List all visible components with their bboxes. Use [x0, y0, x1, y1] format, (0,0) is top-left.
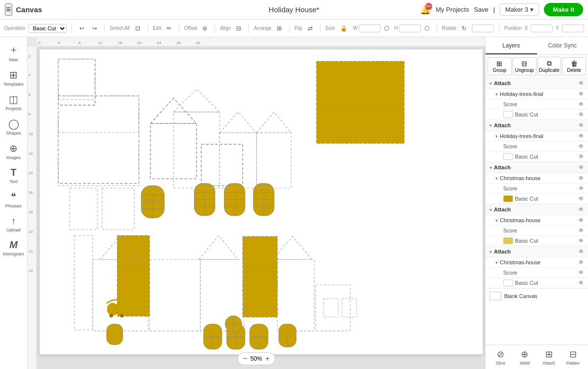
layer-basiccut-4[interactable]: Basic Cut 👁 — [486, 236, 588, 246]
svg-text:12: 12 — [98, 41, 102, 45]
svg-text:16: 16 — [28, 190, 33, 195]
select-all-button[interactable]: ⊡ — [133, 24, 143, 33]
canvas-white[interactable] — [40, 49, 483, 354]
toolbar-separator-7 — [289, 23, 290, 33]
sidebar-item-monogram[interactable]: M Monogram — [1, 236, 26, 259]
bell-button[interactable]: 🔔 99+ — [420, 4, 431, 15]
sidebar-item-phrases[interactable]: ❝ Phrases — [1, 188, 26, 211]
flatten-button[interactable]: ⊟ Flatten — [562, 347, 584, 368]
tab-color-sync[interactable]: Color Sync — [537, 37, 588, 54]
x-input[interactable] — [531, 24, 553, 32]
undo-button[interactable]: ↩ — [77, 24, 87, 33]
sidebar-item-projects[interactable]: ◫ Projects — [1, 91, 26, 114]
duplicate-button[interactable]: ⧉ Duplicate — [538, 57, 562, 75]
layer-group-3[interactable]: ▾ Christmas-house 👁 — [486, 173, 588, 184]
layer-basiccut-3[interactable]: Basic Cut 👁 — [486, 194, 588, 204]
layer-attach-1[interactable]: ▾ Attach 👁 — [486, 78, 588, 89]
layer-basiccut-1[interactable]: Basic Cut 👁 — [486, 110, 588, 120]
canvas-area[interactable]: 0 4 8 12 16 20 24 28 32 2 4 6 8 10 12 — [27, 37, 485, 369]
height-stepper[interactable]: ⬡ — [422, 24, 432, 33]
layer-attach-3[interactable]: ▾ Attach 👁 — [486, 162, 588, 173]
arrange-button[interactable]: ⊞ — [274, 24, 284, 33]
eye-icon-basiccut-2[interactable]: 👁 — [578, 153, 584, 160]
redo-button[interactable]: ↪ — [90, 24, 99, 33]
maker-select-button[interactable]: Maker 3 ▾ — [500, 3, 539, 16]
eye-icon-score-4[interactable]: 👁 — [578, 227, 584, 234]
chevron-down-icon: ▾ — [530, 6, 534, 13]
layer-score-4[interactable]: Score 👁 — [486, 226, 588, 236]
layer-score-1[interactable]: Score 👁 — [486, 99, 588, 110]
zoom-in-button[interactable]: + — [265, 354, 270, 363]
eye-icon-4[interactable]: 👁 — [578, 206, 584, 213]
tab-layers[interactable]: Layers — [486, 37, 537, 54]
sidebar-item-templates[interactable]: ⊞ Templates — [1, 66, 26, 90]
text-icon: T — [10, 167, 16, 178]
eye-icon-basiccut-3[interactable]: 👁 — [578, 195, 584, 202]
layer-group-2[interactable]: ▾ Holiday-trees-final 👁 — [486, 131, 588, 141]
eye-icon-3[interactable]: 👁 — [578, 164, 584, 171]
my-projects-button[interactable]: My Projects — [436, 6, 469, 13]
offset-button[interactable]: ⊚ — [200, 24, 210, 33]
edit-button[interactable]: ✏ — [164, 24, 174, 33]
layer-score-3[interactable]: Score 👁 — [486, 184, 588, 194]
layer-attach-2[interactable]: ▾ Attach 👁 — [486, 120, 588, 131]
operation-select[interactable]: Basic Cut — [28, 24, 67, 33]
slice-button[interactable]: ⊘ Slice — [490, 347, 512, 368]
monogram-icon: M — [9, 239, 18, 251]
svg-rect-74 — [277, 259, 314, 331]
y-input[interactable] — [562, 24, 584, 32]
layer-score-5[interactable]: Score 👁 — [486, 268, 588, 278]
flip-button[interactable]: ⇄ — [305, 24, 315, 33]
layer-basiccut-2[interactable]: Basic Cut 👁 — [486, 152, 588, 162]
attach-button[interactable]: ⊞ Attach — [538, 347, 560, 368]
eye-icon-group-2[interactable]: 👁 — [578, 133, 584, 139]
sidebar-item-text[interactable]: T Text — [1, 164, 26, 187]
eye-icon-1[interactable]: 👁 — [578, 80, 584, 87]
layer-group-1[interactable]: ▾ Holiday-trees-final 👁 — [486, 89, 588, 99]
canvas-content[interactable] — [37, 47, 485, 369]
layer-attach-4[interactable]: ▾ Attach 👁 — [486, 204, 588, 215]
eye-icon-basiccut-5[interactable]: 👁 — [578, 279, 584, 286]
select-all-label: Select All — [110, 25, 130, 31]
align-button[interactable]: ⊟ — [234, 24, 244, 33]
layer-group-5[interactable]: ▾ Christmas-house 👁 — [486, 257, 588, 268]
svg-text:4: 4 — [58, 41, 60, 45]
sidebar-item-new[interactable]: ＋ New — [1, 40, 26, 65]
hamburger-menu[interactable]: ≡ — [5, 3, 12, 16]
ungroup-button[interactable]: ⊟ Ungroup — [513, 57, 537, 75]
chevron-icon: ▾ — [490, 81, 492, 86]
sidebar-item-upload[interactable]: ↑ Upload — [1, 212, 26, 235]
eye-icon-2[interactable]: 👁 — [578, 122, 584, 129]
eye-icon-score-1[interactable]: 👁 — [578, 101, 584, 108]
eye-icon-basiccut-4[interactable]: 👁 — [578, 237, 584, 244]
delete-button[interactable]: 🗑 Delete — [562, 57, 586, 75]
zoom-out-button[interactable]: − — [243, 354, 247, 363]
eye-icon-group-1[interactable]: 👁 — [578, 91, 584, 97]
sidebar-item-images[interactable]: ⊕ Images — [1, 139, 26, 163]
eye-icon-5[interactable]: 👁 — [578, 248, 584, 255]
eye-icon-score-2[interactable]: 👁 — [578, 143, 584, 150]
sidebar-item-shapes[interactable]: ◯ Shapes — [1, 115, 26, 138]
phrases-icon: ❝ — [11, 191, 16, 203]
save-button[interactable]: Save — [474, 6, 489, 13]
width-input[interactable] — [359, 24, 381, 32]
eye-icon-group-3[interactable]: 👁 — [578, 175, 584, 182]
rotate-button[interactable]: ↻ — [459, 24, 469, 33]
height-input[interactable] — [399, 24, 421, 32]
eye-icon-group-4[interactable]: 👁 — [578, 217, 584, 224]
width-stepper[interactable]: ⬡ — [382, 24, 392, 33]
rotate-input[interactable] — [472, 24, 494, 32]
layer-basiccut-5[interactable]: Basic Cut 👁 — [486, 278, 588, 288]
weld-button[interactable]: ⊕ Weld — [514, 347, 536, 368]
eye-icon-score-3[interactable]: 👁 — [578, 185, 584, 192]
blank-canvas-row[interactable]: Blank Canvas — [486, 288, 588, 303]
group-button[interactable]: ⊞ Group — [488, 57, 512, 75]
eye-icon-basiccut-1[interactable]: 👁 — [578, 111, 584, 118]
layer-score-2[interactable]: Score 👁 — [486, 141, 588, 152]
layer-attach-5[interactable]: ▾ Attach 👁 — [486, 246, 588, 257]
eye-icon-score-5[interactable]: 👁 — [578, 269, 584, 276]
lock-icon[interactable]: 🔒 — [338, 24, 350, 33]
eye-icon-group-5[interactable]: 👁 — [578, 259, 584, 266]
layer-group-4[interactable]: ▾ Christmas-house 👁 — [486, 215, 588, 226]
make-it-button[interactable]: Make It — [544, 3, 583, 16]
